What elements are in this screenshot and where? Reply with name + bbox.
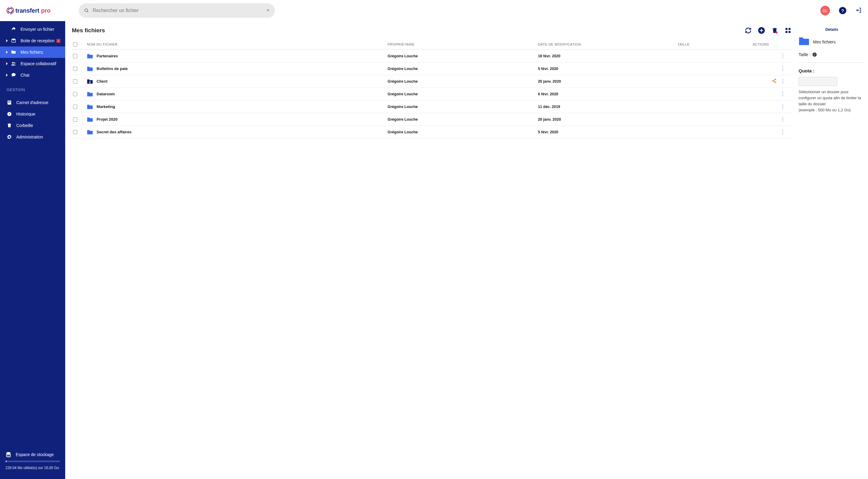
folder-open-icon (10, 50, 17, 55)
row-checkbox[interactable] (73, 117, 77, 122)
col-header-owner[interactable]: PROPRIÉTAIRE (388, 42, 538, 46)
page-title: Mes fichiers (72, 27, 744, 34)
storage-text: 228.04 Mo utilisé(s) sur 15,00 Go (5, 466, 60, 470)
svg-rect-23 (782, 68, 783, 69)
file-date: 11 déc. 2019 (538, 105, 678, 109)
more-icon[interactable] (782, 104, 783, 109)
chevron-right-icon (6, 73, 9, 76)
nav-item-gear[interactable]: Administration (0, 131, 65, 143)
logo[interactable]: transfert pro (0, 5, 65, 16)
more-icon[interactable] (782, 66, 783, 71)
nav-item-label: Administration (16, 134, 43, 139)
nav-item-trash[interactable]: Corbeille (0, 120, 65, 131)
refresh-button[interactable] (744, 27, 752, 34)
svg-rect-22 (782, 66, 783, 67)
quota-label: Quota : (799, 68, 865, 73)
folder-icon (87, 53, 93, 59)
nav-item-label: Mes fichiers (21, 50, 43, 55)
more-icon[interactable] (782, 54, 783, 59)
nav-item-chat[interactable]: Chat (0, 69, 65, 81)
file-owner: Grégoire Louche (388, 92, 538, 96)
more-icon[interactable] (782, 79, 783, 84)
nav-item-label: Boite de reception (21, 38, 55, 43)
nav-item-label: Historique (16, 111, 35, 117)
folder-icon (87, 91, 93, 97)
table-row[interactable]: Projet 2020Grégoire Louche20 janv. 2020 (72, 113, 792, 126)
svg-rect-9 (8, 101, 10, 102)
file-owner: Grégoire Louche (388, 79, 538, 84)
svg-text:pro: pro (41, 7, 51, 14)
svg-point-6 (12, 62, 13, 63)
quota-help-text: Sélectionner un dossier pour configurer … (799, 89, 865, 114)
search-input[interactable] (93, 8, 270, 13)
storage-block: Espace de stockage 228.04 Mo utilisé(s) … (0, 447, 65, 479)
svg-rect-24 (782, 70, 783, 71)
table-row[interactable]: ClientGrégoire Louche20 janv. 2020 (72, 75, 792, 88)
svg-point-25 (89, 81, 91, 82)
col-header-date[interactable]: DATE DE MODIFICATION (538, 42, 678, 46)
sidebar: Envoyer un fichierBoite de reception1Mes… (0, 21, 65, 479)
svg-point-4 (85, 9, 88, 11)
help-button[interactable]: ? (839, 7, 846, 14)
col-header-size[interactable]: TAILLE (678, 42, 753, 46)
svg-rect-39 (782, 108, 783, 109)
row-checkbox[interactable] (73, 130, 77, 134)
svg-point-14 (775, 31, 777, 33)
grid-view-button[interactable] (784, 27, 792, 34)
table-row[interactable]: MarketingGrégoire Louche11 déc. 2019 (72, 100, 792, 113)
nav-item-share[interactable]: Envoyer un fichier (0, 24, 65, 35)
nav-item-label: Corbeille (16, 123, 33, 128)
chevron-right-icon (6, 51, 9, 54)
more-icon[interactable] (782, 130, 783, 134)
quota-input[interactable] (799, 77, 837, 86)
nav-item-book[interactable]: Carnet d'adresse (0, 97, 65, 108)
table-row[interactable]: Secret des affairesGrégoire Louche5 févr… (72, 126, 792, 138)
col-header-actions: ACTIONS (753, 42, 792, 46)
folder-icon (799, 36, 809, 47)
file-name: Bulletins de paie (97, 66, 128, 71)
svg-rect-37 (782, 104, 783, 105)
nav-item-label: Espace collaboratif (21, 61, 56, 66)
nav-item-users[interactable]: Espace collaboratif (0, 58, 65, 69)
file-name: Partenaires (97, 54, 118, 58)
select-all-checkbox[interactable] (73, 42, 77, 46)
search-box[interactable] (79, 3, 275, 18)
user-avatar[interactable]: GL (820, 6, 830, 15)
nav-item-folder-open[interactable]: Mes fichiers (0, 46, 65, 58)
storage-row[interactable]: Espace de stockage (5, 452, 60, 457)
table-row[interactable]: Bulletins de paieGrégoire Louche5 févr. … (72, 62, 792, 75)
col-header-name[interactable]: NOM DU FICHIER (85, 42, 388, 46)
nav-item-clock[interactable]: Historique (0, 108, 65, 120)
svg-rect-40 (782, 117, 783, 118)
nav-item-label: Chat (21, 73, 30, 77)
svg-rect-36 (782, 95, 783, 96)
svg-rect-21 (782, 57, 783, 58)
table-row[interactable]: DataroomGrégoire Louche6 févr. 2020 (72, 88, 792, 100)
more-icon[interactable] (782, 92, 783, 97)
chat-icon (10, 72, 17, 78)
logout-button[interactable] (855, 7, 862, 14)
table-header: NOM DU FICHIER PROPRIÉTAIRE DATE DE MODI… (72, 40, 792, 50)
search-icon (84, 8, 89, 13)
search-dropdown-icon[interactable] (267, 8, 270, 13)
share-icon[interactable] (772, 78, 777, 84)
svg-rect-41 (782, 119, 783, 120)
table-row[interactable]: PartenairesGrégoire Louche18 févr. 2020 (72, 50, 792, 62)
info-icon[interactable]: i (812, 53, 817, 57)
row-checkbox[interactable] (73, 54, 77, 58)
more-icon[interactable] (782, 117, 783, 122)
add-button[interactable] (757, 27, 765, 34)
row-checkbox[interactable] (73, 79, 77, 84)
sidebar-section-gestion: GESTION (0, 81, 65, 94)
row-checkbox[interactable] (73, 105, 77, 109)
gear-icon (6, 134, 13, 140)
toolbar (744, 27, 792, 34)
file-date: 18 févr. 2020 (538, 54, 678, 58)
nav-item-inbox[interactable]: Boite de reception1 (0, 35, 65, 46)
row-checkbox[interactable] (73, 92, 77, 96)
trash-button[interactable] (771, 27, 779, 34)
svg-rect-10 (8, 102, 10, 103)
svg-point-7 (14, 62, 16, 64)
svg-rect-38 (782, 106, 783, 107)
row-checkbox[interactable] (73, 67, 77, 71)
